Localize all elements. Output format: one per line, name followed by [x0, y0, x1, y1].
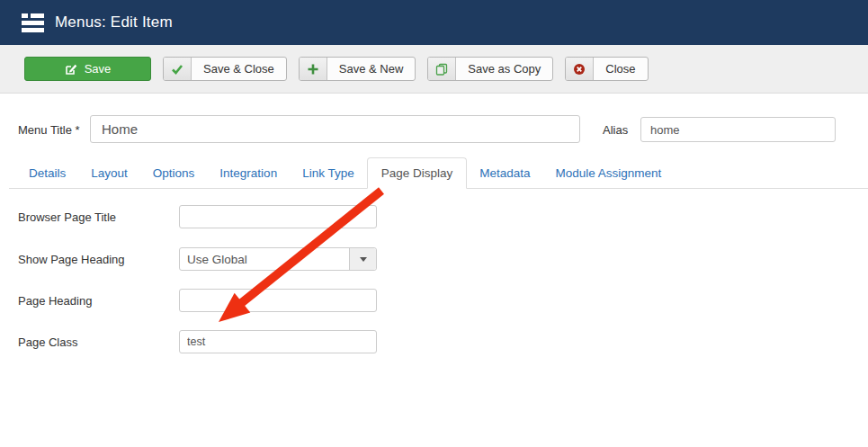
save-button-label: Save — [85, 62, 112, 76]
page-heading-input[interactable] — [179, 289, 377, 312]
tab-layout[interactable]: Layout — [78, 158, 140, 188]
tab-page-display[interactable]: Page Display — [367, 157, 468, 189]
chevron-down-icon — [360, 257, 367, 262]
tab-options[interactable]: Options — [140, 158, 208, 188]
close-button[interactable]: Close — [565, 57, 648, 81]
show-page-heading-selected-value: Use Global — [180, 248, 349, 270]
save-new-button-label: Save & New — [327, 58, 416, 80]
browser-page-title-label: Browser Page Title — [18, 210, 116, 224]
app-header: Menus: Edit Item — [0, 0, 868, 45]
tab-bar: Details Layout Options Integration Link … — [9, 157, 868, 189]
save-close-button[interactable]: Save & Close — [163, 57, 287, 81]
browser-page-title-input[interactable] — [179, 205, 377, 228]
copy-icon — [428, 58, 456, 80]
page-class-input[interactable] — [179, 330, 377, 353]
tab-metadata[interactable]: Metadata — [467, 158, 542, 188]
tab-link-type[interactable]: Link Type — [290, 158, 367, 188]
edit-icon — [65, 63, 77, 76]
show-page-heading-label: Show Page Heading — [18, 253, 125, 266]
save-button[interactable]: Save — [24, 57, 151, 81]
close-circle-icon — [566, 58, 594, 80]
plus-icon — [300, 58, 327, 80]
select-caret-button[interactable] — [349, 248, 376, 270]
save-close-button-label: Save & Close — [192, 58, 286, 80]
show-page-heading-select[interactable]: Use Global — [179, 247, 377, 271]
save-as-copy-button-label: Save as Copy — [456, 58, 552, 80]
alias-label: Alias — [603, 123, 628, 137]
tab-integration[interactable]: Integration — [207, 158, 290, 188]
menus-list-icon — [22, 13, 44, 32]
page-title: Menus: Edit Item — [55, 13, 173, 31]
save-new-button[interactable]: Save & New — [299, 57, 416, 81]
close-button-label: Close — [594, 58, 647, 80]
page-class-label: Page Class — [18, 335, 77, 349]
menu-title-label: Menu Title * — [18, 123, 80, 137]
save-as-copy-button[interactable]: Save as Copy — [427, 57, 553, 81]
page-heading-label: Page Heading — [18, 294, 92, 308]
tab-details[interactable]: Details — [16, 158, 78, 188]
menus-edit-item-page: Menus: Edit Item Save Save & Close Save … — [0, 0, 868, 447]
toolbar: Save Save & Close Save & New Save as Cop… — [0, 45, 868, 94]
menu-title-input[interactable] — [90, 115, 580, 143]
tab-module-assignment[interactable]: Module Assignment — [543, 158, 675, 188]
check-icon — [164, 58, 192, 80]
alias-input[interactable] — [640, 117, 836, 142]
